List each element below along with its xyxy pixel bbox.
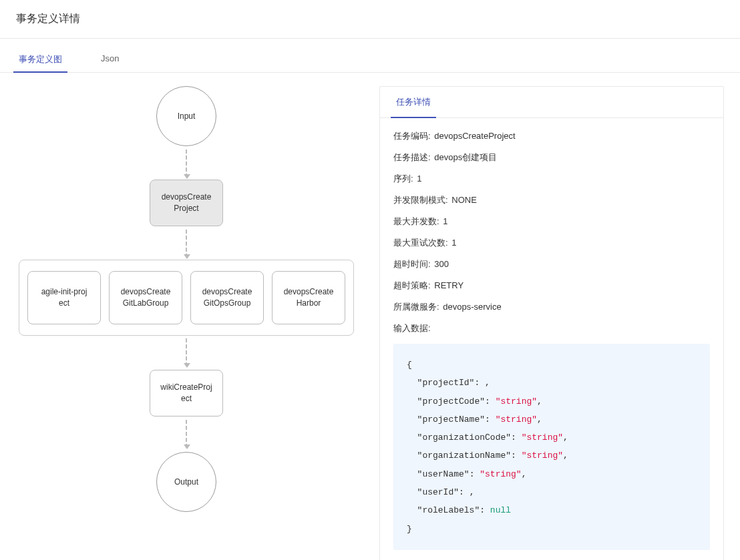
label: 最大重试次数:	[393, 238, 448, 248]
arrow	[186, 338, 187, 366]
value: 1	[417, 174, 421, 184]
value: NONE	[451, 195, 477, 205]
detail-panel: 任务详情 任务编码: devopsCreateProject 任务描述: dev…	[379, 86, 724, 560]
arrow	[186, 150, 187, 178]
diagram-panel: Input devopsCreateProject agile-init-pro…	[16, 86, 363, 553]
value: RETRY	[434, 280, 464, 290]
field-limit-mode: 并发限制模式: NONE	[393, 194, 710, 206]
field-timeout: 超时时间: 300	[393, 258, 710, 270]
label: 并发限制模式:	[393, 195, 448, 205]
node-devops-create-harbor[interactable]: devopsCreateHarbor	[272, 271, 345, 324]
arrow	[186, 230, 187, 258]
value: 1	[451, 238, 456, 248]
input-json-code: { "projectId": , "projectCode": "string"…	[393, 344, 710, 550]
label: 所属微服务:	[393, 302, 439, 312]
label: 超时策略:	[393, 280, 431, 290]
value: 1	[443, 216, 447, 226]
field-timeout-policy: 超时策略: RETRY	[393, 280, 710, 292]
label: 输入数据:	[393, 323, 431, 333]
node-group[interactable]: agile-init-project devopsCreateGitLabGro…	[19, 260, 354, 336]
content-area: Input devopsCreateProject agile-init-pro…	[0, 73, 740, 560]
top-tabs: 事务定义图 Json	[0, 47, 740, 73]
label: 任务描述:	[393, 152, 431, 162]
value: devopsCreateProject	[434, 131, 515, 141]
node-devops-create-gitops-group[interactable]: devopsCreateGitOpsGroup	[190, 271, 264, 324]
node-devops-create-project[interactable]: devopsCreateProject	[150, 180, 223, 226]
node-devops-create-gitlab-group[interactable]: devopsCreateGitLabGroup	[109, 271, 182, 324]
tab-task-detail[interactable]: 任务详情	[393, 87, 433, 117]
value: devops创建项目	[434, 152, 497, 162]
value: devops-service	[443, 302, 501, 312]
node-wiki-create-project[interactable]: wikiCreateProject	[150, 370, 223, 416]
node-output[interactable]: Output	[156, 452, 216, 512]
label: 序列:	[393, 174, 413, 184]
arrow	[186, 420, 187, 448]
field-max-retry: 最大重试次数: 1	[393, 237, 710, 249]
page-title: 事务定义详情	[0, 0, 740, 39]
tab-diagram[interactable]: 事务定义图	[16, 47, 65, 72]
field-task-desc: 任务描述: devops创建项目	[393, 152, 710, 164]
field-microservice: 所属微服务: devops-service	[393, 301, 710, 313]
tab-json[interactable]: Json	[98, 47, 122, 72]
field-max-concurrency: 最大并发数: 1	[393, 216, 710, 228]
detail-body: 任务编码: devopsCreateProject 任务描述: devops创建…	[380, 118, 723, 560]
label: 最大并发数:	[393, 216, 439, 226]
node-agile-init-project[interactable]: agile-init-project	[27, 271, 101, 324]
field-sequence: 序列: 1	[393, 173, 710, 185]
label: 任务编码:	[393, 131, 431, 141]
detail-tabs: 任务详情	[380, 87, 723, 118]
value: 300	[434, 259, 449, 269]
label: 超时时间:	[393, 259, 431, 269]
field-input-data-label: 输入数据:	[393, 322, 710, 334]
node-input[interactable]: Input	[156, 86, 216, 146]
field-task-code: 任务编码: devopsCreateProject	[393, 130, 710, 142]
